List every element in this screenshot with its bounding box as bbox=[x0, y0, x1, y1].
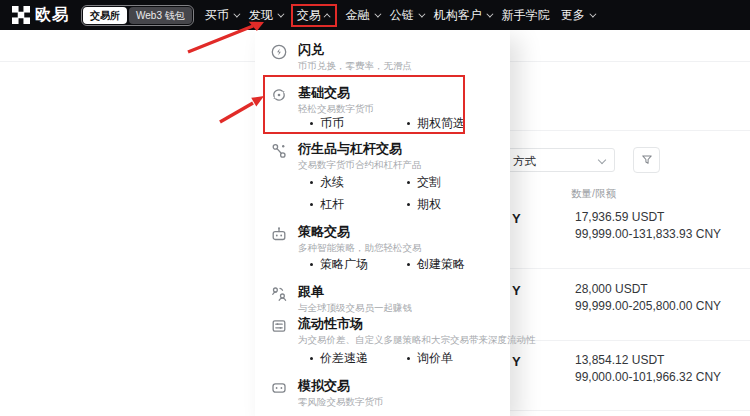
nav-item-buy-crypto[interactable]: 买币 bbox=[205, 7, 238, 24]
chevron-down-icon bbox=[589, 10, 596, 17]
price-fragment: Y bbox=[512, 354, 521, 369]
row-limit: 99,999.00-205,800.00 CNY bbox=[575, 298, 721, 315]
funnel-icon bbox=[640, 153, 654, 167]
row-amount: 13,854.12 USDT bbox=[575, 352, 664, 369]
menu-item-liquidity-marketplace[interactable]: 流动性市场 为交易价差、自定义多腿策略和大宗交易带来深度流动性 bbox=[270, 316, 504, 347]
menu-links-row: 价差速递 询价单 bbox=[310, 350, 453, 367]
chevron-down-icon bbox=[418, 10, 425, 17]
chevron-down-icon bbox=[233, 10, 240, 17]
menu-item-title: 模拟交易 bbox=[298, 378, 384, 393]
menu-item-desc: 币币兑换，零费率，无滑点 bbox=[298, 60, 412, 73]
menu-item-strategy-trading[interactable]: 策略交易 多种智能策略，助您轻松交易 bbox=[270, 224, 504, 255]
menu-item-desc: 零风险交易数字货币 bbox=[298, 396, 384, 409]
swap-lightning-icon bbox=[270, 43, 288, 73]
nav-item-more[interactable]: 更多 bbox=[561, 7, 594, 24]
row-amount: 17,936.59 USDT bbox=[575, 209, 664, 226]
menu-item-demo-trading[interactable]: 模拟交易 零风险交易数字货币 bbox=[270, 378, 504, 409]
menu-link-strategy-square[interactable]: 策略广场 bbox=[310, 256, 407, 273]
row-amount: 28,000 USDT bbox=[575, 281, 648, 298]
menu-link-perpetual[interactable]: 永续 bbox=[310, 174, 407, 191]
chevron-up-icon bbox=[323, 13, 330, 20]
menu-link-futures[interactable]: 交割 bbox=[407, 174, 441, 191]
menu-item-desc: 为交易价差、自定义多腿策略和大宗交易带来深度流动性 bbox=[298, 334, 536, 347]
menu-item-desc: 与全球顶级交易员一起赚钱 bbox=[298, 302, 412, 315]
chevron-down-icon bbox=[374, 10, 381, 17]
demo-trade-icon bbox=[270, 379, 288, 409]
amount-limit-column-header: 数量/限额 bbox=[571, 187, 616, 201]
menu-links-row: 币币 期权简选 bbox=[310, 115, 465, 132]
copy-trade-icon bbox=[270, 285, 288, 315]
derivatives-icon bbox=[270, 142, 288, 172]
top-navbar: 欧易 交易所 Web3 钱包 买币 发现 交易 金融 公链 机构客户 新手学院 … bbox=[0, 0, 750, 30]
row-limit: 99,000.00-101,966.32 CNY bbox=[575, 369, 721, 386]
divider bbox=[496, 268, 750, 269]
menu-item-title: 流动性市场 bbox=[298, 316, 536, 331]
menu-item-basic-trading[interactable]: 基础交易 轻松交易数字货币 bbox=[270, 85, 504, 116]
bullet-icon bbox=[407, 122, 410, 125]
menu-item-title: 闪兑 bbox=[298, 42, 412, 57]
price-fragment: Y bbox=[512, 283, 521, 298]
nav-item-institutional[interactable]: 机构客户 bbox=[434, 7, 491, 24]
okx-logo-icon bbox=[12, 6, 30, 24]
divider bbox=[496, 410, 750, 411]
menu-item-copy-trading[interactable]: 跟单 与全球顶级交易员一起赚钱 bbox=[270, 284, 504, 315]
payment-method-value: 方式 bbox=[513, 154, 536, 169]
menu-link-spread-express[interactable]: 价差速递 bbox=[310, 350, 407, 367]
menu-link-rfq[interactable]: 询价单 bbox=[407, 350, 453, 367]
okx-logo[interactable]: 欧易 bbox=[12, 5, 69, 26]
menu-links-row: 永续 交割 bbox=[310, 174, 441, 191]
nav-item-chains[interactable]: 公链 bbox=[390, 7, 423, 24]
bullet-icon bbox=[310, 122, 313, 125]
main-nav: 买币 发现 交易 金融 公链 机构客户 新手学院 更多 bbox=[205, 7, 594, 24]
divider bbox=[496, 130, 750, 131]
chevron-down-icon bbox=[277, 10, 284, 17]
bullet-icon bbox=[310, 203, 313, 206]
strategy-bot-icon bbox=[270, 225, 288, 255]
menu-links-row: 策略广场 创建策略 bbox=[310, 256, 465, 273]
bullet-icon bbox=[310, 263, 313, 266]
bullet-icon bbox=[407, 263, 410, 266]
menu-link-options[interactable]: 期权 bbox=[407, 196, 441, 213]
nav-item-discover[interactable]: 发现 bbox=[249, 7, 282, 24]
menu-link-easy-options[interactable]: 期权简选 bbox=[407, 115, 465, 132]
bullet-icon bbox=[407, 203, 410, 206]
bullet-icon bbox=[407, 357, 410, 360]
nav-item-finance[interactable]: 金融 bbox=[346, 7, 379, 24]
menu-item-title: 衍生品与杠杆交易 bbox=[298, 141, 422, 156]
menu-item-derivatives[interactable]: 衍生品与杠杆交易 交易数字货币合约和杠杆产品 bbox=[270, 141, 504, 172]
menu-item-desc: 多种智能策略，助您轻松交易 bbox=[298, 242, 422, 255]
bullet-icon bbox=[310, 357, 313, 360]
bullet-icon bbox=[310, 181, 313, 184]
nav-item-trade[interactable]: 交易 bbox=[291, 4, 337, 27]
menu-link-margin[interactable]: 杠杆 bbox=[310, 196, 407, 213]
row-limit: 99,999.00-131,833.93 CNY bbox=[575, 226, 721, 243]
chevron-down-icon bbox=[486, 10, 493, 17]
menu-link-create-strategy[interactable]: 创建策略 bbox=[407, 256, 465, 273]
menu-item-convert[interactable]: 闪兑 币币兑换，零费率，无滑点 bbox=[270, 42, 504, 73]
product-toggle: 交易所 Web3 钱包 bbox=[81, 5, 194, 26]
menu-item-title: 策略交易 bbox=[298, 224, 422, 239]
price-fragment: Y bbox=[512, 211, 521, 226]
liquidity-icon bbox=[270, 317, 288, 347]
bullet-icon bbox=[407, 181, 410, 184]
menu-links-row: 杠杆 期权 bbox=[310, 196, 441, 213]
web3-wallet-toggle-button[interactable]: Web3 钱包 bbox=[129, 7, 192, 24]
basic-trade-icon bbox=[270, 86, 288, 116]
trade-dropdown-menu: 闪兑 币币兑换，零费率，无滑点 基础交易 轻松交易数字货币 币币 期权简选 bbox=[255, 30, 510, 416]
chevron-down-icon bbox=[598, 156, 606, 164]
filter-button[interactable] bbox=[633, 147, 660, 173]
menu-item-title: 基础交易 bbox=[298, 85, 374, 100]
menu-link-spot[interactable]: 币币 bbox=[310, 115, 407, 132]
brand-name: 欧易 bbox=[35, 5, 69, 26]
menu-item-title: 跟单 bbox=[298, 284, 412, 299]
menu-item-desc: 交易数字货币合约和杠杆产品 bbox=[298, 159, 422, 172]
nav-item-academy[interactable]: 新手学院 bbox=[502, 7, 550, 24]
exchange-toggle-button[interactable]: 交易所 bbox=[83, 7, 127, 24]
